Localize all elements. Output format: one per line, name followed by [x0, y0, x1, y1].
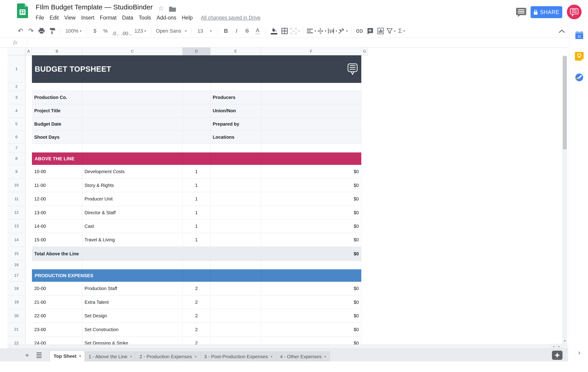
cell-a14[interactable] — [25, 233, 32, 247]
item-amount-12[interactable]: $0 — [261, 206, 361, 219]
item-amount-18[interactable]: $0 — [261, 282, 361, 296]
decrease-decimal-button[interactable]: .0← — [111, 25, 121, 37]
cell-g18[interactable] — [361, 282, 368, 296]
cell-a19[interactable] — [25, 296, 32, 309]
select-all-corner[interactable] — [8, 48, 25, 55]
insert-chart-button[interactable] — [375, 25, 386, 37]
total-label[interactable]: Total Above the Line — [32, 247, 82, 261]
row-header-16[interactable]: 16 — [8, 261, 25, 269]
item-account-9[interactable]: 10-00 — [32, 165, 82, 179]
hide-side-panel-button[interactable]: › — [575, 349, 583, 356]
row-header-12[interactable]: 12 — [8, 206, 25, 219]
item-page-12[interactable]: 1 — [183, 206, 210, 219]
cell-d5[interactable] — [183, 118, 210, 131]
cell-c15[interactable] — [82, 247, 183, 261]
google-keep-icon[interactable] — [575, 52, 584, 61]
info-label-right-6[interactable]: Locations — [210, 131, 261, 144]
menu-insert[interactable]: Insert — [78, 14, 97, 22]
row-header-4[interactable]: 4 — [8, 104, 25, 118]
section-banner-1[interactable]: BUDGET TOPSHEET — [32, 55, 361, 83]
font-family-select[interactable]: Open Sans▾ — [154, 25, 189, 37]
row-header-8[interactable]: 8 — [8, 153, 25, 165]
item-page-21[interactable]: 2 — [183, 323, 210, 336]
cell-e11[interactable] — [210, 192, 261, 206]
tab-dropdown-arrow-icon[interactable]: ▾ — [195, 355, 197, 359]
cell-d6[interactable] — [183, 131, 210, 144]
share-button[interactable]: SHARE — [531, 6, 562, 18]
google-calendar-icon[interactable]: 31 — [575, 31, 584, 40]
cell-g20[interactable] — [361, 309, 368, 323]
sheet-tab-1-above-the-line[interactable]: 1 - Above the Line▾ — [85, 351, 136, 362]
cell-g10[interactable] — [361, 179, 368, 192]
strikethrough-button[interactable]: S — [242, 25, 252, 37]
save-status[interactable]: All changes saved in Drive — [200, 14, 262, 21]
scroll-left-button[interactable]: ◂ — [551, 344, 556, 349]
merge-cells-button[interactable]: ▾ — [290, 25, 300, 37]
format-percent-button[interactable]: % — [100, 25, 111, 37]
document-title[interactable]: FIlm Budget Template — StudioBinder — [36, 3, 153, 11]
item-account-13[interactable]: 14-00 — [32, 219, 82, 233]
item-description-10[interactable]: Story & Rights — [82, 179, 183, 192]
zoom-select[interactable]: 100%▾ — [63, 25, 84, 37]
row-header-14[interactable]: 14 — [8, 233, 25, 247]
explore-button[interactable] — [552, 351, 563, 360]
row-header-13[interactable]: 13 — [8, 219, 25, 233]
cell-a3[interactable] — [25, 91, 32, 104]
info-value-right-4[interactable] — [261, 104, 361, 118]
cell-a6[interactable] — [25, 131, 32, 144]
cell-g19[interactable] — [361, 296, 368, 309]
cell-g1[interactable] — [361, 55, 368, 83]
cell-d2[interactable] — [183, 83, 210, 91]
font-size-select[interactable]: 13▾ — [194, 25, 215, 37]
cell-d15[interactable] — [183, 247, 210, 261]
cell-e13[interactable] — [210, 219, 261, 233]
row-header-7[interactable]: 7 — [8, 144, 25, 153]
cell-e21[interactable] — [210, 323, 261, 336]
cell-e12[interactable] — [210, 206, 261, 219]
item-amount-13[interactable]: $0 — [261, 219, 361, 233]
row-header-22[interactable]: 22 — [8, 336, 25, 345]
cell-e7[interactable] — [210, 144, 261, 153]
cell-e14[interactable] — [210, 233, 261, 247]
cell-a4[interactable] — [25, 104, 32, 118]
collapse-toolbar-button[interactable] — [556, 26, 568, 36]
info-label-right-4[interactable]: Union/Non — [210, 104, 261, 118]
item-page-13[interactable]: 1 — [183, 219, 210, 233]
info-value-left-3[interactable] — [82, 91, 183, 104]
cell-e20[interactable] — [210, 309, 261, 323]
info-value-right-5[interactable] — [261, 118, 361, 131]
menu-addons[interactable]: Add-ons — [154, 14, 179, 22]
cell-e18[interactable] — [210, 282, 261, 296]
cell-a2[interactable] — [25, 83, 32, 91]
cell-a11[interactable] — [25, 192, 32, 206]
item-page-9[interactable]: 1 — [183, 165, 210, 179]
column-header-e[interactable]: E — [210, 48, 261, 55]
item-amount-20[interactable]: $0 — [261, 309, 361, 323]
cell-a8[interactable] — [25, 153, 32, 165]
item-description-9[interactable]: Development Costs — [82, 165, 183, 179]
cell-c2[interactable] — [82, 83, 183, 91]
cell-a9[interactable] — [25, 165, 32, 179]
menu-view[interactable]: View — [62, 14, 78, 22]
item-description-13[interactable]: Cast — [82, 219, 183, 233]
column-header-c[interactable]: C — [82, 48, 183, 55]
row-header-15[interactable]: 15 — [8, 247, 25, 261]
cell-d7[interactable] — [183, 144, 210, 153]
info-value-right-3[interactable] — [261, 91, 361, 104]
cell-e9[interactable] — [210, 165, 261, 179]
menu-help[interactable]: Help — [179, 14, 195, 22]
cell-f2[interactable] — [261, 83, 361, 91]
row-header-6[interactable]: 6 — [8, 131, 25, 144]
item-account-12[interactable]: 13-00 — [32, 206, 82, 219]
menu-edit[interactable]: Edit — [47, 14, 62, 22]
paint-format-button[interactable] — [47, 25, 57, 37]
item-account-22[interactable]: 24-00 — [32, 336, 82, 345]
cell-a13[interactable] — [25, 219, 32, 233]
sheet-tab-3-post-production-expenses[interactable]: 3 - Post-Production Expenses▾ — [200, 351, 276, 362]
cell-g3[interactable] — [361, 91, 368, 104]
cell-g2[interactable] — [361, 83, 368, 91]
item-page-20[interactable]: 2 — [183, 309, 210, 323]
tab-dropdown-arrow-icon[interactable]: ▾ — [271, 355, 273, 359]
cell-g8[interactable] — [361, 153, 368, 165]
redo-button[interactable]: ↷ — [26, 25, 36, 37]
